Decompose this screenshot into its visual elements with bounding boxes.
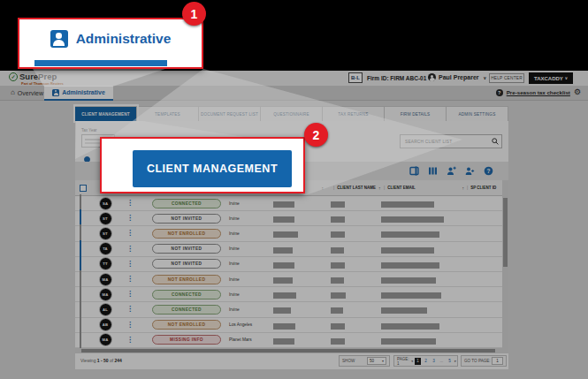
page-number-2[interactable]: 2: [423, 358, 429, 365]
status-badge: NOT ENROLLED: [152, 275, 221, 284]
table-row[interactable]: ST⋮NOT ENROLLEDIrvine: [75, 226, 502, 241]
select-all-checkbox[interactable]: [80, 185, 87, 192]
office-cell: Planet Mars: [229, 337, 273, 342]
redacted-first-name-cell: [273, 195, 331, 211]
user-menu[interactable]: Paul Preparer: [428, 73, 486, 81]
row-checkbox[interactable]: [80, 224, 81, 241]
tab-document-request-list[interactable]: DOCUMENT REQUEST LIST: [199, 106, 261, 121]
table-row[interactable]: MA⋮MISSING INFOPlanet Mars: [75, 333, 502, 348]
kebab-icon[interactable]: ⋮: [119, 200, 141, 207]
next-page-icon[interactable]: ▸: [454, 359, 456, 363]
table-row[interactable]: MA⋮CONNECTEDIrvine: [75, 287, 502, 302]
user-name: Paul Preparer: [439, 74, 479, 80]
row-checkbox[interactable]: [80, 240, 81, 257]
redacted-first-name-cell: [273, 256, 331, 272]
redacted-email: [381, 292, 441, 299]
column-last-name[interactable]: |CLIENT LAST NAME: [331, 186, 381, 191]
avatar: TT: [99, 257, 112, 270]
taxcaddy-button[interactable]: TAXCADDY: [529, 72, 573, 84]
page-number-3[interactable]: 3: [431, 358, 437, 365]
help-center-button[interactable]: HELP CENTER: [489, 73, 524, 83]
tab-templates[interactable]: TEMPLATES: [137, 106, 199, 121]
kebab-icon[interactable]: ⋮: [119, 291, 141, 298]
show-select[interactable]: 50: [367, 357, 386, 365]
row-checkbox[interactable]: [80, 300, 81, 317]
row-checkbox[interactable]: [80, 285, 81, 302]
column-email[interactable]: |CLIENT EMAIL: [381, 186, 464, 191]
help-icon[interactable]: ?: [484, 166, 493, 176]
table-row[interactable]: AB⋮NOT ENROLLEDLos Angeles: [75, 318, 502, 333]
row-checkbox[interactable]: [80, 331, 81, 348]
kebab-icon[interactable]: ⋮: [119, 215, 141, 222]
table-row[interactable]: AL⋮CONNECTEDIrvine: [75, 302, 502, 317]
prev-page-icon[interactable]: ◂: [411, 359, 413, 363]
search-icon[interactable]: [489, 138, 501, 145]
avatar-cell: AB: [91, 318, 119, 331]
page-number-list: 123...5: [415, 358, 453, 365]
office-cell: Los Angeles: [229, 322, 273, 327]
page-number-5[interactable]: 5: [447, 358, 453, 365]
page-navigator: PAGE: 1 ◂ 123...5 ▸: [393, 355, 458, 367]
admin-tab-strip: CLIENT MANAGEMENTTEMPLATESDOCUMENT REQUE…: [75, 106, 508, 121]
redacted-first-name-cell: [273, 286, 331, 302]
tab-client-management[interactable]: CLIENT MANAGEMENT: [75, 106, 137, 121]
avatar: ST: [99, 227, 112, 240]
row-checkbox[interactable]: [80, 209, 81, 226]
row-checkbox[interactable]: [80, 270, 81, 287]
row-checkbox-cell: [75, 271, 91, 287]
contact-card-icon[interactable]: [409, 166, 419, 176]
kebab-icon[interactable]: ⋮: [119, 322, 141, 329]
kebab-icon[interactable]: ⋮: [119, 276, 141, 283]
table-row[interactable]: ST⋮NOT INVITEDIrvine: [75, 211, 502, 226]
export-clients-icon[interactable]: [465, 166, 475, 176]
tab-firm-details[interactable]: FIRM DETAILS: [385, 106, 447, 121]
row-checkbox[interactable]: [80, 255, 81, 272]
office-cell: Irvine: [229, 201, 273, 206]
tab-tax-returns[interactable]: TAX RETURNS: [323, 106, 385, 121]
office-cell: Irvine: [229, 277, 273, 282]
add-client-icon[interactable]: [447, 166, 456, 176]
column-sp-client-id[interactable]: |SP CLIENT ID: [464, 186, 502, 190]
kebab-icon[interactable]: ⋮: [119, 261, 141, 268]
pre-season-checklist-link[interactable]: Pre-season tax checklist: [507, 89, 570, 95]
client-table-body: SA⋮CONNECTEDIrvineST⋮NOT INVITEDIrvineST…: [75, 196, 502, 348]
tab-admin-settings[interactable]: ADMIN SETTINGS: [447, 106, 508, 121]
status-badge: CONNECTED: [152, 199, 221, 208]
row-checkbox[interactable]: [80, 194, 81, 211]
callout-step2: CLIENT MANAGEMENT: [100, 137, 305, 193]
svg-text:?: ?: [487, 168, 491, 174]
horizontal-scrollbar-thumb[interactable]: [81, 349, 495, 352]
kebab-icon[interactable]: ⋮: [119, 246, 141, 253]
nav-item-administrative[interactable]: Administrative: [44, 86, 113, 101]
columns-icon[interactable]: [428, 166, 438, 176]
vertical-scrollbar[interactable]: [502, 180, 508, 353]
avatar-cell: ST: [91, 212, 119, 225]
redacted-email-cell: [381, 301, 485, 317]
redacted-last-name-cell: [331, 195, 381, 211]
row-checkbox[interactable]: [80, 316, 81, 333]
tab-questionnaire[interactable]: QUESTIONNAIRE: [261, 106, 323, 121]
table-row[interactable]: TA⋮NOT INVITEDIrvine: [75, 242, 502, 257]
redacted-last-name: [331, 216, 345, 223]
table-row[interactable]: SA⋮CONNECTEDIrvine: [75, 196, 502, 211]
client-management-button[interactable]: CLIENT MANAGEMENT: [133, 150, 292, 187]
vertical-scrollbar-thumb[interactable]: [503, 198, 508, 267]
kebab-icon[interactable]: ⋮: [119, 306, 141, 313]
table-row[interactable]: MA⋮NOT ENROLLEDIrvine: [75, 272, 502, 287]
status-cell: CONNECTED: [141, 290, 229, 299]
table-row[interactable]: TT⋮NOT INVITEDIrvine: [75, 257, 502, 272]
goto-page-input[interactable]: [492, 357, 503, 365]
status-cell: NOT INVITED: [141, 259, 229, 269]
row-checkbox-cell: [75, 286, 91, 302]
nav-item-overview[interactable]: ⌂ Overview: [11, 89, 43, 96]
kebab-icon[interactable]: ⋮: [119, 230, 141, 237]
kebab-icon[interactable]: ⋮: [119, 337, 141, 344]
page-number-1[interactable]: 1: [415, 358, 421, 365]
redacted-last-name: [331, 262, 345, 269]
search-input[interactable]: [401, 140, 489, 144]
row-checkbox-cell: [75, 241, 91, 257]
help-circle-icon[interactable]: ?: [496, 89, 503, 96]
taxcaddy-label: TAXCADDY: [534, 76, 563, 81]
gear-icon[interactable]: ⚙: [574, 88, 581, 96]
redacted-last-name: [331, 307, 343, 314]
